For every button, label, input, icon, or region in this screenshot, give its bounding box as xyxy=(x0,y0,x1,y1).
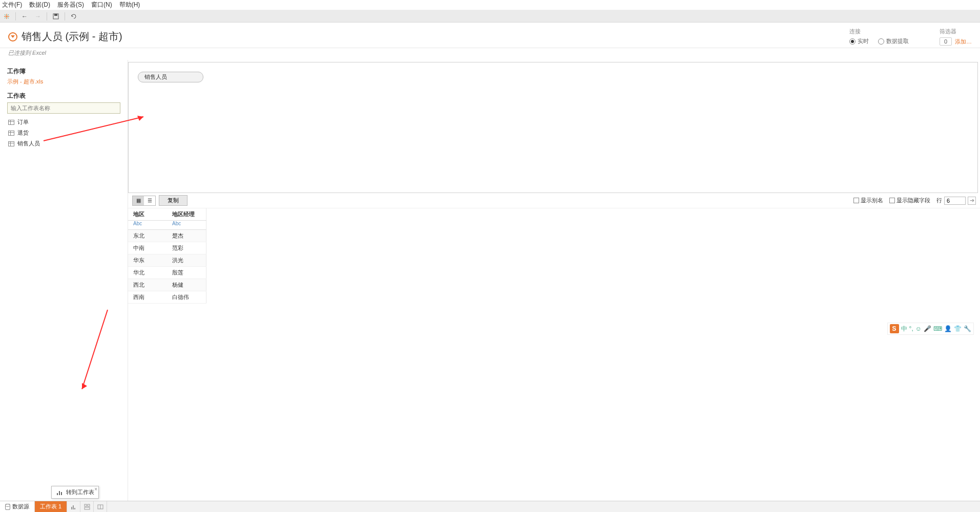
table-cell: 华北 xyxy=(128,267,167,279)
svg-rect-8 xyxy=(57,493,58,495)
table-row[interactable]: 华北殷莲 xyxy=(128,267,206,279)
ime-skin-icon[interactable]: 👕 xyxy=(954,325,962,332)
svg-rect-15 xyxy=(88,504,90,506)
new-worksheet-icon[interactable] xyxy=(67,501,80,512)
ime-mic-icon[interactable]: 🎤 xyxy=(924,325,931,332)
grid-view-icon[interactable]: ▦ xyxy=(133,196,144,205)
show-alias-checkbox[interactable]: 显示别名 xyxy=(853,197,883,204)
ime-keyboard-icon[interactable]: ⌨ xyxy=(933,325,942,332)
ime-punct-icon[interactable]: °, xyxy=(909,325,913,332)
svg-line-2 xyxy=(5,14,6,15)
svg-rect-14 xyxy=(85,504,87,506)
bottom-tab-bar: 数据源 工作表 1 xyxy=(0,501,980,512)
toolbar-separator xyxy=(47,12,47,20)
table-row[interactable]: 西北杨健 xyxy=(128,279,206,291)
new-dashboard-icon[interactable] xyxy=(80,501,94,512)
menu-data[interactable]: 数据(D) xyxy=(29,1,50,9)
row-count-group: 行 ➔ xyxy=(936,197,976,205)
radio-live-label: 实时 xyxy=(858,37,869,45)
table-cell: 西南 xyxy=(128,291,167,304)
connected-to-label: 已连接到 Excel xyxy=(0,48,980,60)
show-alias-label: 显示别名 xyxy=(861,197,883,204)
radio-dot-icon xyxy=(878,38,884,45)
ime-lang[interactable]: 中 xyxy=(901,325,907,333)
main-area: 工作簿 示例 - 超市.xls 工作表 订单 退货 销售人员 销售人员 ▦ ☰ … xyxy=(0,60,980,504)
table-cell: 楚杰 xyxy=(167,230,206,242)
sheet-item-label: 订单 xyxy=(17,118,29,126)
sheet-item[interactable]: 订单 xyxy=(7,117,120,127)
ime-toolbar[interactable]: S 中 °, ☺ 🎤 ⌨ 👤 👕 🔧 xyxy=(887,323,974,335)
filter-count: 0 xyxy=(940,37,952,46)
menu-file[interactable]: 文件(F) xyxy=(2,1,22,9)
ime-person-icon[interactable]: 👤 xyxy=(944,325,952,332)
rows-next-icon[interactable]: ➔ xyxy=(968,197,976,205)
ime-emoji-icon[interactable]: ☺ xyxy=(915,325,922,332)
datasource-title: 销售人员 (示例 - 超市) xyxy=(22,30,122,44)
rows-label: 行 xyxy=(936,197,942,204)
svg-rect-9 xyxy=(59,491,60,495)
table-cell: 东北 xyxy=(128,230,167,242)
menu-window[interactable]: 窗口(N) xyxy=(91,1,112,9)
show-hidden-checkbox[interactable]: 显示隐藏字段 xyxy=(889,197,930,204)
refresh-icon[interactable] xyxy=(69,12,78,21)
ime-toolbox-icon[interactable]: 🔧 xyxy=(964,325,971,332)
connection-group: 连接 实时 数据提取 xyxy=(849,28,909,45)
table-icon xyxy=(8,131,14,136)
table-cell: 中南 xyxy=(128,242,167,254)
sheet-item[interactable]: 销售人员 xyxy=(7,138,120,149)
table-row[interactable]: 东北楚杰 xyxy=(128,230,206,242)
join-canvas[interactable]: 销售人员 xyxy=(128,62,978,193)
sheet-item-label: 退货 xyxy=(17,129,29,137)
column-header[interactable]: 地区 xyxy=(128,208,167,221)
forward-icon[interactable]: → xyxy=(33,12,43,21)
back-icon[interactable]: ← xyxy=(20,12,29,21)
radio-extract[interactable]: 数据提取 xyxy=(878,37,909,45)
filter-label: 筛选器 xyxy=(940,28,972,35)
show-hidden-label: 显示隐藏字段 xyxy=(896,197,930,204)
svg-rect-10 xyxy=(61,492,62,495)
radio-live[interactable]: 实时 xyxy=(849,37,869,45)
close-icon[interactable]: × xyxy=(94,486,97,492)
goto-sheet-tooltip[interactable]: 转到工作表 × xyxy=(51,486,99,499)
list-view-icon[interactable]: ☰ xyxy=(144,196,155,205)
tab-datasource[interactable]: 数据源 xyxy=(0,501,35,512)
toolbar-separator xyxy=(65,12,65,20)
view-toggle: ▦ ☰ xyxy=(132,196,156,206)
tooltip-text: 转到工作表 xyxy=(66,488,94,496)
menu-help[interactable]: 帮助(H) xyxy=(119,1,140,9)
table-cell: 华东 xyxy=(128,254,167,267)
svg-rect-13 xyxy=(74,508,75,509)
column-type: Abc xyxy=(128,221,167,230)
sheet-list: 订单 退货 销售人员 xyxy=(7,117,120,149)
grid-toolbar: ▦ ☰ 复制 显示别名 显示隐藏字段 行 ➔ xyxy=(128,193,980,208)
table-icon xyxy=(8,141,14,146)
save-icon[interactable] xyxy=(51,12,60,21)
sheet-search-input[interactable] xyxy=(7,102,120,114)
radio-extract-label: 数据提取 xyxy=(886,37,909,45)
toolbar-separator xyxy=(15,12,16,20)
datasource-dropdown-icon[interactable] xyxy=(8,32,17,41)
new-story-icon[interactable] xyxy=(94,501,107,512)
tab-sheet1[interactable]: 工作表 1 xyxy=(35,501,67,512)
menu-bar: 文件(F) 数据(D) 服务器(S) 窗口(N) 帮助(H) xyxy=(0,0,980,10)
menu-server[interactable]: 服务器(S) xyxy=(57,1,84,9)
sheet-item[interactable]: 退货 xyxy=(7,127,120,138)
table-row[interactable]: 华东洪光 xyxy=(128,254,206,267)
tableau-logo-icon[interactable] xyxy=(2,12,11,21)
table-row[interactable]: 西南白德伟 xyxy=(128,291,206,304)
column-header[interactable]: 地区经理 xyxy=(167,208,206,221)
workbook-file-link[interactable]: 示例 - 超市.xls xyxy=(7,78,120,86)
data-grid: 地区 地区经理 Abc Abc 东北楚杰中南范彩华东洪光华北殷莲西北杨健西南白德… xyxy=(128,208,980,304)
svg-rect-11 xyxy=(71,507,72,509)
table-pill[interactable]: 销售人员 xyxy=(138,72,203,82)
rows-input[interactable] xyxy=(944,197,966,205)
copy-button[interactable]: 复制 xyxy=(159,195,187,206)
table-row[interactable]: 中南范彩 xyxy=(128,242,206,254)
sheets-label: 工作表 xyxy=(7,92,120,100)
checkbox-icon xyxy=(853,198,859,203)
svg-line-5 xyxy=(8,17,9,18)
sidebar: 工作簿 示例 - 超市.xls 工作表 订单 退货 销售人员 xyxy=(0,60,128,504)
datasource-icon xyxy=(5,504,10,510)
table-cell: 西北 xyxy=(128,279,167,291)
add-filter-link[interactable]: 添加… xyxy=(955,38,972,46)
